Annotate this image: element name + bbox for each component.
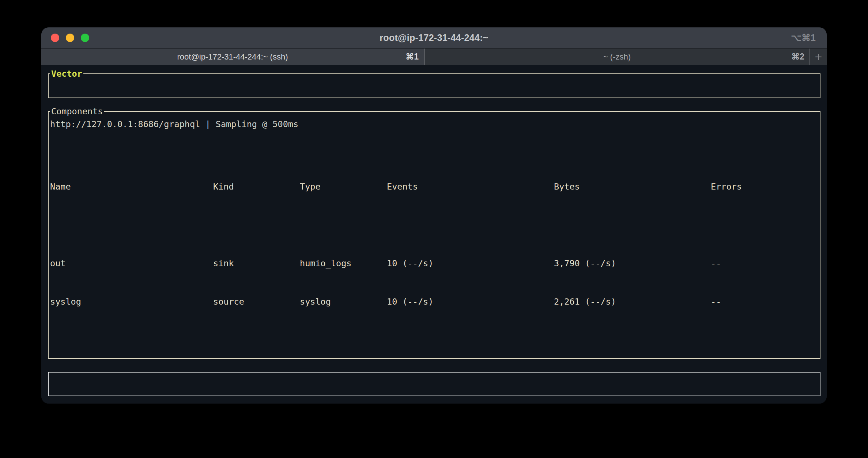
new-tab-button[interactable]: +: [809, 49, 827, 65]
cell-type: humio_logs: [300, 257, 387, 270]
components-box-title: Components: [50, 106, 104, 118]
cell-name: out: [50, 257, 213, 270]
terminal-window: root@ip-172-31-44-244:~ ⌥⌘1 root@ip-172-…: [41, 27, 827, 404]
column-header-events: Events: [387, 180, 554, 193]
cell-type: syslog: [300, 295, 387, 308]
table-row[interactable]: out sink humio_logs 10 (--/s) 3,790 (--/…: [50, 257, 820, 270]
tab-shortcut-badge: ⌘1: [405, 52, 419, 62]
cell-bytes: 2,261 (--/s): [554, 295, 711, 308]
cell-name: syslog: [50, 295, 213, 308]
components-box: Components Name Kind Type Events Bytes E…: [48, 111, 820, 359]
tab-shortcut-badge: ⌘2: [791, 52, 804, 62]
cell-events: 10 (--/s): [387, 257, 554, 270]
column-header-kind: Kind: [213, 180, 300, 193]
tab-bar: root@ip-172-31-44-244:~ (ssh) ⌘1 ~ (-zsh…: [41, 49, 827, 65]
vector-info-box: Vector http://127.0.0.1:8686/graphql | S…: [48, 73, 820, 98]
quit-hint-text: To quit, press ESC or 'q': [49, 398, 820, 404]
vector-box-title: Vector: [50, 68, 83, 80]
window-title: root@ip-172-31-44-244:~: [41, 27, 827, 48]
cell-bytes: 3,790 (--/s): [554, 257, 711, 270]
window-titlebar[interactable]: root@ip-172-31-44-244:~ ⌥⌘1: [41, 27, 827, 49]
column-header-errors: Errors: [711, 180, 820, 193]
tab-label: ~ (-zsh): [603, 52, 631, 62]
terminal-screen[interactable]: Vector http://127.0.0.1:8686/graphql | S…: [41, 65, 827, 404]
desktop-background: root@ip-172-31-44-244:~ ⌥⌘1 root@ip-172-…: [0, 0, 868, 458]
table-spacer-row: [50, 219, 820, 232]
table-header-row: Name Kind Type Events Bytes Errors: [50, 180, 820, 193]
tab-label: root@ip-172-31-44-244:~ (ssh): [177, 52, 288, 62]
window-shortcut-badge: ⌥⌘1: [791, 27, 816, 48]
plus-icon: +: [815, 50, 822, 64]
cell-errors: --: [711, 257, 820, 270]
tab-zsh-session[interactable]: ~ (-zsh) ⌘2: [424, 49, 809, 65]
status-box: To quit, press ESC or 'q': [48, 372, 820, 396]
cell-events: 10 (--/s): [387, 295, 554, 308]
tab-ssh-session[interactable]: root@ip-172-31-44-244:~ (ssh) ⌘1: [41, 49, 424, 65]
cell-kind: source: [213, 295, 300, 308]
column-header-name: Name: [50, 180, 213, 193]
column-header-bytes: Bytes: [554, 180, 711, 193]
table-row[interactable]: syslog source syslog 10 (--/s) 2,261 (--…: [50, 295, 820, 308]
cell-errors: --: [711, 295, 820, 308]
components-table: Name Kind Type Events Bytes Errors out s…: [49, 150, 820, 334]
cell-kind: sink: [213, 257, 300, 270]
column-header-type: Type: [300, 180, 387, 193]
